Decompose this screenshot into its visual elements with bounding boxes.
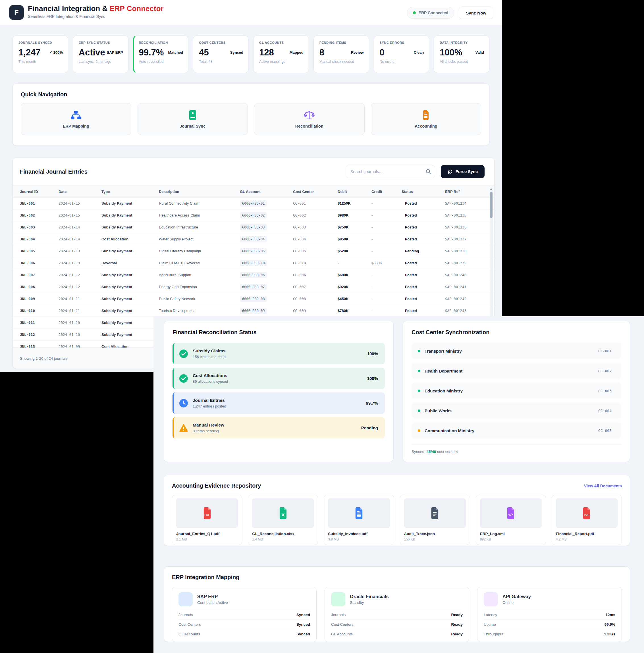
quick-nav-button[interactable]: Accounting [371,103,481,135]
document-card[interactable]: PDF Journal_Entries_Q1.pdf 2.1 MB [172,495,242,545]
status-cell: Posted [402,236,445,243]
credit-cell: - [372,249,402,253]
debit-cell: $520K [338,249,372,253]
provider-status: Connection Active [197,600,228,605]
stat-card: PENDING ITEMS 8 Review Manual check need… [313,35,369,73]
metric-label: Cost Centers [178,622,201,627]
description-cell: Public Safety Network [159,297,240,301]
svg-text:</>: </> [508,513,513,516]
document-size: 2.1 MB [176,537,238,541]
document-name: Journal_Entries_Q1.pdf [176,532,238,536]
status-badge: Posted [402,224,420,231]
provider-metric-row: GL Accounts Ready [331,629,463,639]
provider-metric-row: Journals Ready [331,610,463,620]
journal-id-cell: JNL-008 [20,285,58,289]
document-name: Subsidy_Invoices.pdf [328,532,390,536]
journal-id-cell: JNL-002 [20,213,58,217]
stat-subtext: Last sync: 2 min ago [79,60,123,64]
cost-center-name: Transport Ministry [425,349,462,354]
quick-nav-label: ERP Mapping [63,124,89,128]
debit-cell: $780K [338,309,372,313]
provider-name: SAP ERP [197,594,228,599]
search-input[interactable] [345,165,435,178]
stat-badge: Clean [414,50,424,54]
quick-nav-button[interactable]: ERP Mapping [21,103,131,135]
journal-search [345,165,435,178]
table-row: JNL-004 2024-01-14 Cost Allocation Water… [13,233,494,245]
warning-icon [179,424,188,432]
type-cell: Cost Allocation [101,344,159,347]
journal-id-cell: JNL-007 [20,273,58,277]
quick-nav-button[interactable]: Reconciliation [254,103,365,135]
debit-cell: $450K [338,297,372,301]
date-cell: 2024-01-15 [58,213,101,217]
file-json-icon [430,507,440,519]
stat-card: DATA INTEGRITY 100% Valid All checks pas… [434,35,490,73]
stat-subtext: This month [19,60,63,64]
status-cell: Posted [402,224,445,231]
gl-account-cell: 6000-PSO-08 [240,296,293,302]
sync-now-button[interactable]: Sync Now [459,6,493,19]
document-card[interactable]: Subsidy_Invoices.pdf 3.8 MB [324,495,394,545]
description-cell: Energy Grid Expansion [159,285,240,289]
document-card[interactable]: Audit_Trace.json 156 KB [400,495,470,545]
cost-center-dot-icon [418,409,420,412]
reconciliation-status-panel: Financial Reconciliation Status Subsidy … [164,321,393,462]
synced-count: 45/48 [427,450,436,454]
cost-center-code: CC-002 [598,369,612,373]
provider-metric-row: Uptime 99.9% [484,620,615,629]
scrollbar-thumb[interactable] [490,192,493,218]
date-cell: 2024-01-12 [58,285,101,289]
stat-subtext: Manual check needed [319,60,364,64]
document-card[interactable]: PDF Financial_Report.pdf 4.2 MB [552,495,622,545]
quick-nav-button[interactable]: Journal Sync [138,103,248,135]
cost-center-dot-icon [418,429,420,432]
cost-center-cell: CC-007 [293,285,338,289]
credit-cell: - [372,297,402,301]
column-header: ERP Ref [445,190,483,194]
status-badge: Pending [402,248,422,255]
stat-badge: Synced [230,50,243,54]
reconciliation-item: Journal Entries 1,247 entries posted 99.… [172,392,385,414]
metric-value: 99.9% [604,622,615,627]
stat-card: COST CENTERS 45 Synced Total: 48 [193,35,249,73]
description-cell: Water Supply Project [159,237,240,241]
document-size: 3.8 MB [328,537,390,541]
gl-account-cell: 6000-PSO-07 [240,284,293,290]
provider-metric-row: Throughput 1.2K/s [484,629,615,639]
table-row: JNL-010 2024-01-11 Subsidy Payment Touri… [13,305,494,317]
scrollbar-up-arrow-icon[interactable] [490,188,492,190]
cost-center-cell: CC-005 [293,249,338,253]
stat-label: JOURNALS SYNCED [19,41,63,44]
reconciliation-item-detail: 1,247 entries posted [193,404,226,408]
reconciliation-item-value: 100% [367,376,378,381]
stat-badge: Valid [475,50,484,54]
stat-card: SYNC ERRORS 0 Clean No errors [374,35,429,73]
date-cell: 2024-01-15 [58,201,101,205]
stat-value: 100% [440,48,462,57]
credit-cell: - [372,273,402,277]
stat-badge: Mapped [290,50,304,54]
column-header: Cost Center [293,190,338,194]
cost-center-name: Public Works [425,408,452,413]
status-cell: Posted [402,295,445,303]
erp-mapping-panel: ERP Integration Mapping SAP ERP Connecti… [164,566,630,642]
stat-subtext: Auto-reconciled [139,60,183,64]
svg-text:PDF: PDF [204,513,210,516]
document-thumbnail [328,499,390,528]
invoice-icon [422,110,430,120]
status-dot-icon [413,11,416,14]
force-sync-button[interactable]: Force Sync [441,165,484,178]
metric-label: GL Accounts [331,632,353,636]
provider-metric-row: Cost Centers Synced [178,620,310,629]
description-cell: Agricultural Support [159,273,240,277]
type-cell: Subsidy Payment [101,333,159,337]
view-all-documents-link[interactable]: View All Documents [584,484,622,488]
clock-icon [179,399,188,408]
document-card[interactable]: </> ERP_Log.xml 892 KB [476,495,546,545]
status-badge: Posted [402,284,420,290]
cost-center-dot-icon [418,350,420,353]
metric-value: 1.2K/s [604,632,615,636]
document-card[interactable]: X GL_Reconciliation.xlsx 1.4 MB [248,495,318,545]
journal-id-cell: JNL-006 [20,261,58,265]
